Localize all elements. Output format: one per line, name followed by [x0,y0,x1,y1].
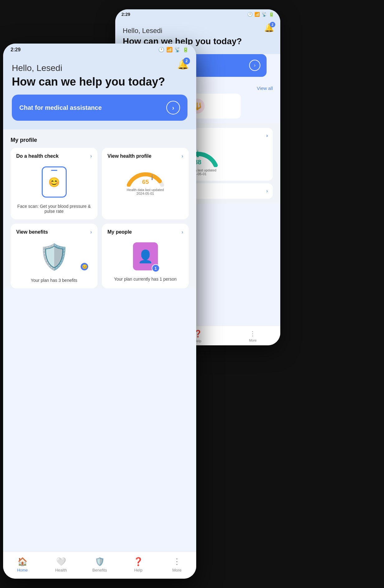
wifi-icon: 📶 [254,12,260,17]
nav-health-front[interactable]: 🤍 Health [42,557,80,572]
nav-more-front[interactable]: ⋮ More [158,557,196,572]
benefits-icon-front: 🛡️ [95,557,105,567]
chat-label: Chat for medical assistance [19,104,102,111]
health-check-desc: Face scan: Get your blood pressure & pul… [16,204,92,214]
health-check-card[interactable]: Do a health check › 😊 Face scan: Get you… [11,148,97,219]
battery-icon: 🔋 [269,12,274,17]
nav-more-label-front: More [172,568,182,572]
help-icon-front: ❓ [133,557,143,567]
more-icon-back: ⋮ [249,330,256,337]
shield-face-icon: 😊 [80,262,89,271]
more-icon-front: ⋮ [173,557,181,567]
status-time-back: 2:29 [121,12,130,17]
nav-help-label-front: Help [134,568,143,572]
gauge-svg-front: 65 [125,163,166,187]
greeting-back: Hello, Lesedi [123,27,273,35]
people-badge: 1 [152,264,160,272]
health-check-title: Do a health check [16,153,59,159]
health-icon-front: 🤍 [56,557,66,567]
nav-benefits-label-front: Benefits [92,568,107,572]
my-people-chevron-front: › [182,229,183,235]
chat-arrow: › [166,101,180,114]
phone-front: 2:29 🕐 📶 📡 🔋 🔔 2 Hello, Lesedi How can w… [3,44,196,579]
health-profile-chevron: › [182,153,183,159]
battery-icon-front: 🔋 [183,47,189,53]
view-benefits-title: View benefits [16,229,48,235]
view-benefits-desc: Your plan has 3 benefits [16,278,92,283]
home-icon-front: 🏠 [17,557,27,567]
bell-badge-back: 2 [270,22,275,27]
body-front: My profile Do a health check › 😊 Face sc… [3,129,196,288]
notification-bell-back[interactable]: 🔔 2 [264,23,274,33]
nav-help-front[interactable]: ❓ Help [119,557,158,572]
nav-more-label-back: More [249,338,257,342]
svg-text:65: 65 [142,179,149,185]
people-card-icon: 👤 1 [133,242,158,270]
nav-benefits-front[interactable]: 🛡️ Benefits [80,557,119,572]
status-bar-back: 2:29 🕐 📶 📡 🔋 [115,9,280,19]
my-people-card-front[interactable]: My people › 👤 1 Your plan currently has … [102,224,189,288]
nav-home-front[interactable]: 🏠 Home [3,557,42,572]
wifi-icon-front: 📶 [166,47,173,53]
people-illustration: 👤 1 [107,242,183,270]
status-bar-front: 2:29 🕐 📶 📡 🔋 [3,44,196,56]
health-date-label-front: Health data last updated [127,188,164,192]
view-benefits-card[interactable]: View benefits › 🛡️ 😊 Your plan has 3 ben… [11,224,97,288]
bottom-nav-front: 🏠 Home 🤍 Health 🛡️ Benefits ❓ Help ⋮ Mor… [3,552,196,579]
bell-badge-front: 2 [183,58,190,64]
clock-icon: 🕐 [247,12,253,17]
health-chevron-back: › [266,133,268,138]
phone-illus: 😊 [42,166,67,198]
my-people-title-front: My people [107,229,132,235]
view-benefits-chevron: › [90,229,92,235]
subgreeting-front: How can we help you today? [12,75,187,88]
face-scan-icon: 😊 [48,177,60,188]
status-icons-back: 🕐 📶 📡 🔋 [247,12,274,17]
person-icon: 👤 [138,249,153,264]
chat-button[interactable]: Chat for medical assistance › [12,95,187,121]
signal-icon: 📡 [262,12,267,17]
nav-home-label: Home [17,568,28,572]
shield-big-icon: 🛡️ [39,242,70,272]
health-profile-title-front: View health profile [107,153,151,159]
consult-arrow-back[interactable]: › [249,60,260,71]
health-check-chevron: › [90,153,92,159]
health-date-front: 2024-05-01 [127,192,164,195]
gauge-front: 65 Health data last updated 2024-05-01 [107,163,183,195]
shield-illustration: 🛡️ 😊 [16,242,92,272]
greeting-front: Hello, Lesedi [12,63,187,73]
view-all-back[interactable]: View all [257,86,273,91]
header-front: 🔔 2 Hello, Lesedi How can we help you to… [3,56,196,129]
nav-more-back[interactable]: ⋮ More [225,330,280,343]
status-time-front: 2:29 [11,47,21,53]
status-icons-front: 🕐 📶 📡 🔋 [158,47,189,53]
health-profile-card-front[interactable]: View health profile › 65 Health data las… [102,148,189,219]
signal-icon-front: 📡 [174,47,181,53]
my-profile-title: My profile [11,137,189,143]
nav-health-label: Health [55,568,67,572]
profile-cards-grid: Do a health check › 😊 Face scan: Get you… [11,148,189,288]
clock-icon-front: 🕐 [158,47,164,53]
notification-bell-front[interactable]: 🔔 2 [177,59,189,70]
my-people-desc: Your plan currently has 1 person [107,277,183,282]
my-people-chevron-back: › [266,188,268,194]
